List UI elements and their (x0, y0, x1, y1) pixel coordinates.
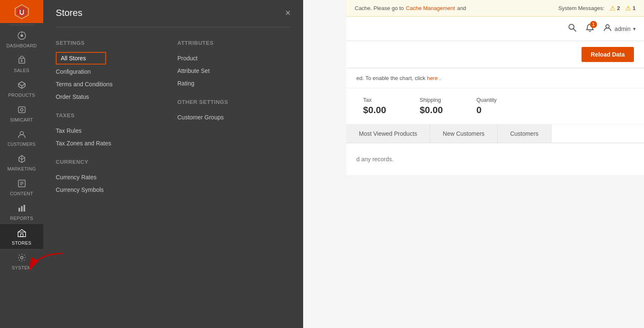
user-avatar-icon (603, 23, 612, 34)
simicart-icon (17, 105, 26, 116)
warning-icon-2: ⚠ (625, 4, 631, 12)
svg-point-6 (21, 108, 23, 111)
cache-message-prefix: Cache. Please go to (355, 5, 404, 11)
cache-management-link[interactable]: Cache Management (406, 5, 455, 11)
warning-count-2: 1 (633, 5, 636, 11)
stat-quantity-value: 0 (476, 105, 496, 116)
order-status-menu-item[interactable]: Order Status (56, 90, 169, 103)
sidebar-logo (0, 0, 43, 23)
stat-shipping: Shipping $0.00 (420, 97, 443, 116)
other-settings-section-label: Other Settings (177, 99, 291, 105)
configuration-menu-item[interactable]: Configuration (56, 65, 169, 78)
terms-conditions-menu-item[interactable]: Terms and Conditions (56, 78, 169, 90)
notifications-button[interactable]: 1 (585, 23, 595, 34)
sidebar: Dashboard $ Sales Products Simicart Cust… (0, 0, 43, 328)
svg-point-20 (606, 25, 609, 28)
stores-menu-columns: Settings All Stores Configuration Terms … (56, 36, 291, 196)
chevron-down-icon: ▾ (633, 26, 636, 32)
user-name-label: admin (615, 26, 631, 32)
svg-point-1 (21, 34, 23, 37)
stat-quantity-label: Quantity (476, 97, 496, 103)
warning-icon-1: ⚠ (610, 4, 615, 12)
rating-menu-item[interactable]: Rating (177, 77, 291, 90)
cache-message-suffix: and (457, 5, 466, 11)
stores-col-right: Attributes Product Attribute Set Rating … (177, 36, 291, 196)
system-icon (17, 253, 26, 263)
system-warning-badge-2: ⚠ 1 (625, 4, 636, 12)
attributes-section-label: Attributes (177, 40, 291, 46)
svg-point-18 (569, 24, 574, 29)
sidebar-item-label-content: Content (10, 191, 33, 196)
sidebar-item-label-dashboard: Dashboard (6, 43, 36, 48)
customers-icon (17, 130, 26, 140)
sidebar-item-label-customers: Customers (8, 142, 35, 147)
dashboard-content: Reload Data ed. To enable the chart, cli… (346, 41, 644, 328)
action-bar: Reload Data (346, 41, 644, 68)
sidebar-item-label-simicart: Simicart (10, 117, 33, 122)
other-settings-section: Other Settings Customer Groups (177, 99, 291, 124)
products-icon (17, 80, 26, 91)
system-messages-label: System Messages: (558, 5, 605, 11)
sidebar-item-label-products: Products (8, 93, 35, 98)
no-records-message: d any records. (356, 152, 634, 167)
sidebar-item-simicart[interactable]: Simicart (0, 101, 43, 126)
svg-rect-13 (21, 206, 23, 212)
stores-menu-header: Stores × (56, 0, 291, 27)
user-icon (603, 23, 612, 32)
warning-count-1: 2 (617, 5, 620, 11)
stores-col-left: Settings All Stores Configuration Terms … (56, 36, 177, 196)
tab-most-viewed-products[interactable]: Most Viewed Products (346, 124, 430, 143)
cache-message: Cache. Please go to Cache Management and (355, 5, 466, 11)
product-menu-item[interactable]: Product (177, 52, 291, 65)
sidebar-item-customers[interactable]: Customers (0, 126, 43, 150)
marketing-icon (17, 154, 26, 165)
stat-shipping-label: Shipping (420, 97, 443, 103)
sidebar-item-stores[interactable]: Stores (0, 224, 43, 249)
search-button[interactable] (568, 23, 577, 34)
sidebar-item-system[interactable]: System (0, 249, 43, 274)
sales-icon: $ (17, 56, 26, 66)
currency-section: Currency Currency Rates Currency Symbols (56, 159, 169, 196)
all-stores-menu-item[interactable]: All Stores (56, 52, 106, 65)
system-warning-badge-1: ⚠ 2 (610, 4, 620, 12)
svg-line-19 (573, 29, 576, 32)
sidebar-item-dashboard[interactable]: Dashboard (0, 27, 43, 52)
currency-symbols-menu-item[interactable]: Currency Symbols (56, 183, 169, 196)
chart-notice-link[interactable]: here (427, 75, 438, 81)
notification-bar: Cache. Please go to Cache Management and… (346, 0, 644, 17)
content-icon (17, 179, 26, 189)
svg-text:$: $ (21, 59, 23, 63)
sidebar-item-content[interactable]: Content (0, 175, 43, 199)
customer-groups-menu-item[interactable]: Customer Groups (177, 111, 291, 124)
sidebar-item-marketing[interactable]: Marketing (0, 150, 43, 175)
sidebar-item-products[interactable]: Products (0, 76, 43, 101)
chart-notice: ed. To enable the chart, click here . (346, 68, 644, 88)
reload-data-button[interactable]: Reload Data (582, 47, 634, 62)
svg-rect-15 (21, 234, 23, 237)
tax-rules-menu-item[interactable]: Tax Rules (56, 124, 169, 137)
tabs-row: Most Viewed Products New Customers Custo… (346, 124, 644, 143)
sidebar-item-label-reports: Reports (10, 216, 33, 221)
sidebar-item-reports[interactable]: Reports (0, 199, 43, 224)
chart-notice-suffix: . (439, 75, 441, 81)
stores-menu-close-button[interactable]: × (285, 8, 291, 18)
stat-tax: Tax $0.00 (363, 97, 386, 116)
sidebar-item-label-stores: Stores (12, 240, 31, 245)
stats-row: Tax $0.00 Shipping $0.00 Quantity 0 (346, 88, 644, 124)
tax-zones-rates-menu-item[interactable]: Tax Zones and Rates (56, 137, 169, 150)
main-area: Cache. Please go to Cache Management and… (346, 0, 644, 328)
svg-rect-12 (18, 208, 20, 212)
user-menu[interactable]: admin ▾ (603, 23, 636, 34)
tab-new-customers[interactable]: New Customers (430, 124, 498, 143)
table-area: d any records. (346, 143, 644, 175)
svg-point-16 (21, 256, 23, 259)
sidebar-item-label-marketing: Marketing (7, 166, 36, 171)
reports-icon (17, 204, 26, 214)
system-messages: System Messages: ⚠ 2 ⚠ 1 (558, 4, 636, 12)
currency-rates-menu-item[interactable]: Currency Rates (56, 171, 169, 183)
attribute-set-menu-item[interactable]: Attribute Set (177, 65, 291, 77)
sidebar-item-sales[interactable]: $ Sales (0, 52, 43, 76)
tab-customers[interactable]: Customers (498, 124, 552, 143)
magento-logo-icon (14, 4, 30, 20)
stores-menu: Stores × Settings All Stores Configurati… (43, 0, 303, 328)
